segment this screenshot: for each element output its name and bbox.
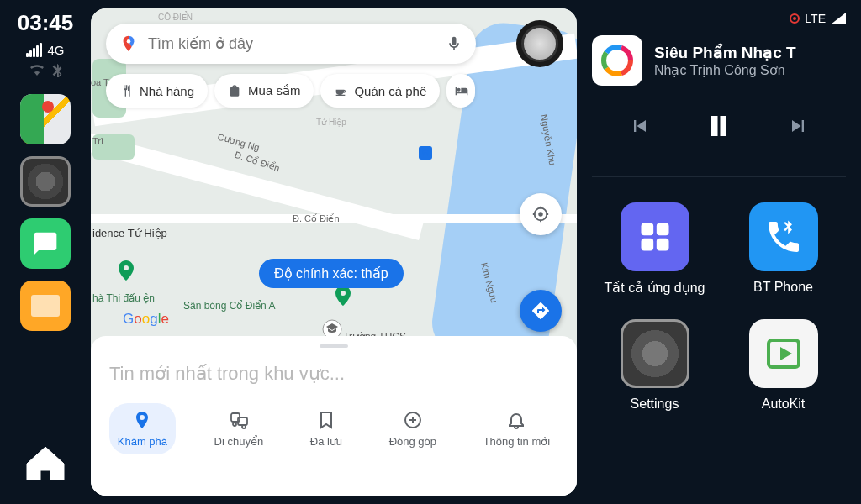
gear-icon (621, 319, 689, 388)
network-label: 4G (47, 43, 64, 57)
app-bt-phone[interactable]: BT Phone (727, 202, 839, 296)
tab-label: Đã lưu (310, 435, 342, 448)
chip-coffee[interactable]: Quán cà phê (320, 74, 440, 108)
svg-rect-17 (656, 239, 668, 251)
plus-circle-icon (403, 410, 423, 430)
svg-rect-14 (641, 223, 653, 236)
shopping-icon (228, 84, 241, 97)
bell-icon (506, 410, 526, 430)
sidebar-app-settings[interactable] (20, 156, 71, 207)
left-statusbar: 03:45 4G (0, 0, 91, 504)
map-marker-icon[interactable] (333, 286, 353, 306)
commute-icon (229, 410, 249, 430)
clock: 03:45 (18, 10, 74, 36)
road-label: Tứ Hiệp (316, 118, 346, 127)
media-controls (592, 109, 846, 143)
track-title: Siêu Phẩm Nhạc T (654, 43, 846, 62)
media-card[interactable]: Siêu Phẩm Nhạc T Nhạc Trịnh Công Sơn (592, 35, 846, 86)
app-settings[interactable]: Settings (599, 319, 710, 412)
chip-label: Quán cà phê (354, 84, 426, 98)
bus-stop-icon[interactable] (419, 146, 439, 166)
directions-button[interactable] (520, 290, 562, 332)
tab-updates[interactable]: Thông tin mới (475, 403, 559, 454)
gmaps-pin-icon (119, 34, 138, 53)
record-icon (790, 13, 800, 24)
hotel-icon (455, 84, 468, 97)
album-art (592, 35, 642, 86)
pause-button[interactable] (702, 109, 736, 143)
search-bar[interactable] (106, 24, 476, 64)
svg-point-3 (539, 213, 542, 216)
category-chips: Nhà hàng Mua sắm Quán cà phê (106, 74, 475, 108)
sidebar-app-maps[interactable] (20, 94, 71, 144)
sidebar-app-photos[interactable] (20, 281, 71, 331)
my-location-button[interactable] (520, 193, 562, 235)
search-input[interactable] (148, 35, 436, 53)
app-autokit[interactable]: AutoKit (727, 319, 839, 412)
crosshair-icon (531, 205, 550, 223)
poi-label: hà Thi đấu ện (92, 292, 155, 304)
tab-label: Đóng góp (389, 435, 436, 448)
chip-label: Nhà hàng (140, 84, 194, 98)
sidebar-app-messages[interactable] (20, 218, 71, 269)
home-button[interactable] (25, 447, 66, 480)
bookmark-icon (316, 410, 336, 430)
signal-row: 4G (26, 43, 64, 57)
wifi-bt-row (29, 62, 62, 77)
app-label: Settings (631, 396, 679, 412)
cell-signal-icon (831, 13, 846, 24)
chip-shopping[interactable]: Mua sắm (214, 74, 314, 108)
poi-label: Sân bóng Cổ Điển A (183, 300, 275, 312)
road-label: Đ. Cổ Điển (293, 213, 340, 224)
bluetooth-icon (52, 62, 62, 77)
next-button[interactable] (784, 113, 811, 139)
tab-label: Thông tin mới (483, 435, 551, 448)
right-panel: LTE Siêu Phẩm Nhạc T Nhạc Trịnh Công Sơn… (577, 0, 861, 504)
restaurant-icon (119, 84, 133, 97)
apps-icon (621, 202, 689, 271)
app-all-apps[interactable]: Tất cả ứng dụng (599, 202, 710, 296)
bottom-sheet[interactable]: Tin mới nhất trong khu vực... Khám phá D… (91, 336, 577, 496)
app-label: Tất cả ứng dụng (604, 280, 705, 296)
road-label: CÔ ĐIỂN (158, 13, 193, 22)
tab-label: Khám phá (118, 435, 167, 448)
lte-label: LTE (805, 12, 826, 25)
app-label: BT Phone (753, 280, 813, 295)
profile-button[interactable] (516, 20, 563, 67)
chip-hotels[interactable] (446, 74, 475, 108)
news-heading: Tin mới nhất trong khu vực... (91, 363, 577, 385)
tab-contribute[interactable]: Đóng góp (381, 403, 445, 454)
tab-go[interactable]: Di chuyển (206, 403, 272, 454)
svg-rect-16 (641, 239, 653, 251)
svg-point-1 (127, 39, 131, 44)
accuracy-badge: Độ chính xác: thấp (259, 259, 404, 288)
top-status-icons: LTE (592, 10, 846, 27)
tab-label: Di chuyển (214, 435, 264, 448)
app-label: AutoKit (762, 396, 806, 412)
coffee-icon (334, 84, 347, 97)
previous-button[interactable] (626, 113, 653, 139)
wifi-icon (29, 62, 45, 76)
directions-icon (531, 301, 551, 321)
svg-point-6 (233, 423, 236, 426)
chip-label: Mua sắm (248, 83, 300, 98)
map-card: Đ. Cổ Điển Đ. Cổ Điển Cương Ng Nguyễn Kh… (91, 8, 577, 496)
tab-explore[interactable]: Khám phá (109, 403, 176, 454)
mic-icon[interactable] (446, 35, 462, 52)
poi-label: idence Tứ Hiệp (92, 227, 167, 239)
google-logo: Google (123, 311, 169, 328)
chip-restaurants[interactable]: Nhà hàng (106, 74, 208, 108)
svg-point-7 (242, 425, 246, 428)
app-grid: Tất cả ứng dụng BT Phone Settings AutoKi… (592, 202, 846, 412)
tab-saved[interactable]: Đã lưu (302, 403, 351, 454)
explore-icon (132, 410, 152, 430)
road-label: Trì (92, 136, 103, 146)
phone-bt-icon (749, 202, 818, 271)
autokit-icon (749, 319, 818, 388)
track-artist: Nhạc Trịnh Công Sơn (654, 62, 846, 78)
map-marker-icon[interactable] (116, 260, 136, 281)
signal-bars-icon (26, 43, 42, 57)
bottom-tabs: Khám phá Di chuyển Đã lưu Đóng góp Thông… (91, 403, 577, 454)
divider (592, 176, 846, 177)
drag-handle[interactable] (320, 344, 348, 348)
